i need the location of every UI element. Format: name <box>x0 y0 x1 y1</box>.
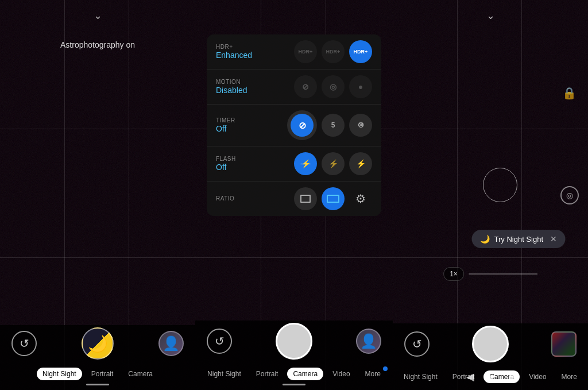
motion-off-option[interactable]: ⊘ <box>294 75 317 98</box>
recent-photo-thumbnail[interactable] <box>551 331 577 357</box>
motion-value: Disabled <box>216 86 262 95</box>
astrophotography-status: Astrophotography on <box>60 40 135 49</box>
avatar-person-icon: 👤 <box>360 333 377 349</box>
timer-label-group: TIMER Off <box>216 117 262 133</box>
rotate-camera-button[interactable]: ↺ <box>207 329 232 354</box>
flash-label-group: FLASH Off <box>216 156 262 172</box>
timer-5s-option[interactable]: 5 <box>322 114 345 137</box>
panel-night-sight: ⌄ Astrophotography on ↺ 🌙 👤 Night Sight … <box>0 0 195 390</box>
timer-5s-text: 5 <box>331 121 335 129</box>
ratio-16-9-icon <box>327 195 339 203</box>
ratio-label-group: RATIO <box>216 195 262 202</box>
timer-circle: ⊘ <box>287 110 317 140</box>
hdr-auto-option[interactable]: HDR+ <box>322 40 345 63</box>
timer-value: Off <box>216 124 262 133</box>
tab-night-sight[interactable]: Night Sight <box>202 368 247 380</box>
panel-camera: ⌄ 🔒 ◎ 🌙 Try Night Sight ✕ 1× ↺ Night Sig… <box>393 0 588 390</box>
mode-tabs: Night Sight Portrait Camera <box>0 364 195 383</box>
home-button[interactable]: ● <box>488 371 494 383</box>
portrait-thumbnail[interactable]: 👤 <box>356 329 381 354</box>
recents-button[interactable]: ■ <box>508 371 514 383</box>
flash-auto-option[interactable]: ⚡ <box>322 152 345 175</box>
shutter-button[interactable] <box>276 323 312 360</box>
capture-row: ↺ 👤 <box>195 321 393 364</box>
timer-row: TIMER Off ⊘ 5 ⑩ <box>207 105 381 146</box>
hdr-category: HDR+ <box>216 44 262 50</box>
night-moon-icon: 🌙 <box>480 234 490 244</box>
motion-on-icon: ● <box>358 82 363 91</box>
notification-dot <box>383 366 388 371</box>
chevron-down-icon[interactable]: ⌄ <box>486 9 495 22</box>
motion-auto-option[interactable]: ◎ <box>322 75 345 98</box>
motion-row: MOTION Disabled ⊘ ◎ ● <box>207 69 381 105</box>
tab-camera[interactable]: Camera <box>122 368 158 380</box>
gear-icon: ⚙ <box>355 192 366 206</box>
bottom-bar: ↺ Night Sight Portrait Camera Video More… <box>393 323 588 390</box>
ratio-16-9-option[interactable] <box>322 187 345 210</box>
motion-category: MOTION <box>216 79 262 85</box>
flash-category: FLASH <box>216 156 262 162</box>
flash-auto-icon: ⚡ <box>328 159 338 168</box>
try-night-sight-tooltip: 🌙 Try Night Sight ✕ <box>472 230 566 248</box>
hdr-options: HDR+ HDR+ HDR+ <box>294 40 372 63</box>
ratio-options: ⚙ <box>294 187 372 210</box>
timer-category: TIMER <box>216 117 262 123</box>
mode-tabs: Night Sight Portrait Camera Video More <box>195 364 393 383</box>
try-night-sight-text: Try Night Sight <box>494 235 544 244</box>
hdr-label-group: HDR+ Enhanced <box>216 44 262 60</box>
android-nav: ◀ ● ■ <box>393 368 588 385</box>
flash-row: FLASH Off ⚡ ⚡ ⚡ <box>207 146 381 182</box>
zoom-slider[interactable] <box>469 273 537 275</box>
ratio-row: RATIO ⚙ <box>207 182 381 216</box>
lock-icon[interactable]: 🔒 <box>562 86 577 100</box>
rotate-camera-button[interactable]: ↺ <box>11 331 37 356</box>
hdr-off-text: HDR+ <box>299 49 313 55</box>
focus-circle <box>483 168 517 202</box>
hdr-auto-text: HDR+ <box>326 49 341 55</box>
tab-video[interactable]: Video <box>327 368 355 380</box>
tab-more[interactable]: More <box>359 368 386 380</box>
rotate-camera-button[interactable]: ↺ <box>404 331 430 357</box>
hdr-off-option[interactable]: HDR+ <box>294 40 317 63</box>
ratio-4-3-icon <box>300 195 311 203</box>
motion-off-icon: ⊘ <box>302 82 309 91</box>
capture-row: ↺ <box>393 323 588 367</box>
hdr-on-text: HDR+ <box>354 49 368 55</box>
avatar-person-icon: 👤 <box>163 335 180 352</box>
zoom-level[interactable]: 1× <box>443 267 464 281</box>
ratio-category: RATIO <box>216 195 262 202</box>
tab-camera[interactable]: Camera <box>287 368 323 380</box>
indicator-line <box>283 384 305 385</box>
flash-options: ⚡ ⚡ ⚡ <box>294 152 372 175</box>
portrait-thumbnail[interactable]: 👤 <box>158 331 184 356</box>
motion-on-option[interactable]: ● <box>349 75 372 98</box>
indicator-line <box>86 384 109 385</box>
compass-icon[interactable]: ◎ <box>560 186 579 204</box>
motion-label-group: MOTION Disabled <box>216 79 262 95</box>
chevron-down-icon[interactable]: ⌄ <box>94 9 102 22</box>
hdr-value: Enhanced <box>216 51 262 60</box>
bottom-bar: ↺ 🌙 👤 Night Sight Portrait Camera <box>0 325 195 390</box>
zoom-bar: 1× <box>443 267 537 281</box>
bottom-bar: ↺ 👤 Night Sight Portrait Camera Video Mo… <box>195 321 393 390</box>
timer-off-icon: ⊘ <box>299 120 306 131</box>
hdr-on-option[interactable]: HDR+ <box>349 40 372 63</box>
more-label: More <box>365 370 381 378</box>
motion-auto-icon: ◎ <box>330 82 336 91</box>
night-sight-shutter[interactable]: 🌙 <box>82 327 114 360</box>
shutter-button[interactable] <box>472 326 509 362</box>
flash-on-option[interactable]: ⚡ <box>349 152 372 175</box>
flash-value: Off <box>216 163 262 172</box>
ratio-4-3-option[interactable] <box>294 187 317 210</box>
settings-gear-button[interactable]: ⚙ <box>349 187 372 210</box>
tab-night-sight[interactable]: Night Sight <box>37 368 82 380</box>
tab-portrait[interactable]: Portrait <box>86 368 119 380</box>
close-tooltip-button[interactable]: ✕ <box>550 234 557 244</box>
flash-off-option[interactable]: ⚡ <box>294 152 317 175</box>
back-button[interactable]: ◀ <box>466 370 474 383</box>
timer-10s-option[interactable]: ⑩ <box>349 114 372 137</box>
tab-portrait[interactable]: Portrait <box>250 368 284 380</box>
timer-options: ⊘ 5 ⑩ <box>287 110 372 140</box>
timer-off-option[interactable]: ⊘ <box>291 114 314 137</box>
timer-10s-text: ⑩ <box>358 121 364 129</box>
